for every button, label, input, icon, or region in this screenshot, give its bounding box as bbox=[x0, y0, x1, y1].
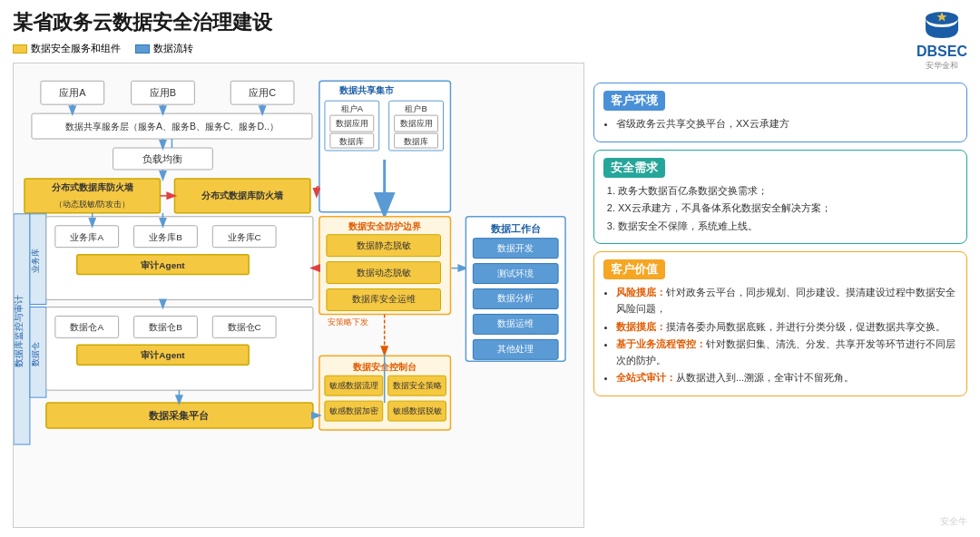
svg-text:业务库B: 业务库B bbox=[149, 232, 182, 242]
svg-text:数据安全策略: 数据安全策略 bbox=[393, 380, 442, 390]
svg-text:数据库安全运维: 数据库安全运维 bbox=[352, 294, 416, 304]
right-panel: DBSEC 安华金和 客户环境 省级政务云共享交换平台，XX云承建方 安全需求 … bbox=[593, 9, 967, 528]
value-item-2: 数据摸底：摸清各委办局数据底账，并进行分类分级，促进数据共享交换。 bbox=[616, 319, 957, 336]
svg-text:数据库: 数据库 bbox=[404, 137, 428, 146]
page-container: 某省政务云数据安全治理建设 数据安全服务和组件 数据流转 应用A bbox=[0, 0, 980, 537]
svg-text:敏感数据流理: 敏感数据流理 bbox=[329, 380, 378, 390]
logo-sub: 安华金和 bbox=[926, 60, 958, 72]
customer-env-text: 省级政务云共享交换平台，XX云承建方 bbox=[616, 118, 789, 129]
security-needs-title: 安全需求 bbox=[603, 158, 665, 178]
legend-label-blue: 数据流转 bbox=[153, 42, 193, 55]
svg-text:数据应用: 数据应用 bbox=[336, 119, 368, 128]
svg-text:数据应用: 数据应用 bbox=[400, 119, 433, 128]
svg-text:应用B: 应用B bbox=[150, 87, 176, 98]
svg-text:数据仓A: 数据仓A bbox=[70, 322, 103, 332]
svg-text:数据工作台: 数据工作台 bbox=[490, 223, 541, 234]
svg-text:数据静态脱敏: 数据静态脱敏 bbox=[357, 240, 411, 250]
value-item-4: 全站式审计：从数据进入到...溯源，全审计不留死角。 bbox=[616, 370, 957, 386]
svg-text:数据库: 数据库 bbox=[339, 137, 364, 146]
svg-text:业务库A: 业务库A bbox=[70, 232, 103, 242]
logo-brand: DBSEC bbox=[916, 44, 967, 60]
value-item-3: 基于业务流程管控：针对数据归集、清洗、分发、共享开发等环节进行不同层次的防护。 bbox=[616, 337, 957, 368]
svg-text:负载均衡: 负载均衡 bbox=[142, 153, 182, 164]
svg-text:安策略下发: 安策略下发 bbox=[328, 317, 368, 327]
security-needs-card: 安全需求 政务大数据百亿条数据交换需求； XX云承建方，不具备体系化数据安全解决… bbox=[593, 150, 967, 245]
svg-text:租户A: 租户A bbox=[341, 103, 364, 113]
svg-text:数据库监控与审计: 数据库监控与审计 bbox=[14, 295, 24, 367]
customer-value-card: 客户价值 风险摸底：针对政务云平台，同步规划、同步建设。摸清建设过程中数据安全风… bbox=[593, 251, 967, 396]
diagram-svg: 应用A 应用B 应用C 数据共享服务层（服务A、服务B、服务C、服务D..） 负… bbox=[14, 63, 583, 527]
customer-env-content: 省级政务云共享交换平台，XX云承建方 bbox=[603, 116, 957, 132]
security-needs-item-3: 数据安全不保障，系统难上线。 bbox=[618, 219, 957, 235]
svg-text:数据共享服务层（服务A、服务B、服务C、服务D..）: 数据共享服务层（服务A、服务B、服务C、服务D..） bbox=[65, 122, 279, 132]
svg-text:数据仓B: 数据仓B bbox=[149, 322, 182, 332]
diagram-area: 应用A 应用B 应用C 数据共享服务层（服务A、服务B、服务C、服务D..） 负… bbox=[13, 63, 584, 528]
main-title: 某省政务云数据安全治理建设 bbox=[13, 9, 584, 36]
customer-env-title: 客户环境 bbox=[603, 91, 665, 111]
svg-text:数据安全防护边界: 数据安全防护边界 bbox=[348, 221, 422, 231]
security-needs-item-2: XX云承建方，不具备体系化数据安全解决方案； bbox=[618, 200, 957, 217]
svg-text:租户B: 租户B bbox=[405, 103, 426, 113]
svg-text:数据共享集市: 数据共享集市 bbox=[338, 85, 395, 95]
svg-text:数据仓C: 数据仓C bbox=[228, 322, 261, 332]
svg-text:敏感数据加密: 敏感数据加密 bbox=[329, 405, 378, 415]
left-panel: 某省政务云数据安全治理建设 数据安全服务和组件 数据流转 应用A bbox=[13, 9, 584, 528]
legend-item-blue: 数据流转 bbox=[135, 42, 193, 55]
svg-text:数据采集平台: 数据采集平台 bbox=[148, 410, 209, 421]
svg-text:敏感数据脱敏: 敏感数据脱敏 bbox=[393, 405, 442, 415]
legend: 数据安全服务和组件 数据流转 bbox=[13, 42, 584, 55]
svg-text:测试环境: 测试环境 bbox=[497, 268, 534, 278]
svg-text:分布式数据库防火墙: 分布式数据库防火墙 bbox=[51, 182, 134, 192]
logo-area: DBSEC 安华金和 bbox=[593, 9, 967, 72]
svg-text:业务库C: 业务库C bbox=[228, 232, 261, 242]
svg-text:业务库: 业务库 bbox=[31, 249, 40, 273]
svg-text:数据动态脱敏: 数据动态脱敏 bbox=[357, 268, 411, 278]
svg-text:（动态脱敏/防攻击）: （动态脱敏/防攻击） bbox=[54, 200, 131, 209]
svg-text:数据分析: 数据分析 bbox=[497, 293, 534, 303]
security-needs-content: 政务大数据百亿条数据交换需求； XX云承建方，不具备体系化数据安全解决方案； 数… bbox=[603, 183, 957, 235]
customer-value-content: 风险摸底：针对政务云平台，同步规划、同步建设。摸清建设过程中数据安全风险问题， … bbox=[603, 285, 957, 386]
legend-label-yellow: 数据安全服务和组件 bbox=[31, 42, 121, 55]
customer-value-title: 客户价值 bbox=[603, 259, 665, 279]
svg-text:数据运维: 数据运维 bbox=[497, 318, 534, 328]
security-needs-item-1: 政务大数据百亿条数据交换需求； bbox=[618, 183, 957, 200]
customer-env-card: 客户环境 省级政务云共享交换平台，XX云承建方 bbox=[593, 83, 967, 142]
svg-text:数据仓: 数据仓 bbox=[31, 342, 40, 366]
svg-text:应用C: 应用C bbox=[249, 87, 276, 98]
watermark: 安全牛 bbox=[593, 515, 967, 528]
value-item-1: 风险摸底：针对政务云平台，同步规划、同步建设。摸清建设过程中数据安全风险问题， bbox=[616, 285, 957, 317]
svg-text:审计Agent: 审计Agent bbox=[141, 350, 185, 360]
svg-text:分布式数据库防火墙: 分布式数据库防火墙 bbox=[201, 190, 284, 200]
legend-box-blue bbox=[135, 44, 150, 54]
svg-text:数据开发: 数据开发 bbox=[497, 243, 534, 253]
dbsec-logo-icon bbox=[919, 9, 965, 44]
svg-text:应用A: 应用A bbox=[59, 87, 86, 98]
svg-text:其他处理: 其他处理 bbox=[497, 344, 534, 354]
svg-text:审计Agent: 审计Agent bbox=[141, 260, 185, 270]
legend-box-yellow bbox=[13, 44, 27, 54]
legend-item-yellow: 数据安全服务和组件 bbox=[13, 42, 121, 55]
